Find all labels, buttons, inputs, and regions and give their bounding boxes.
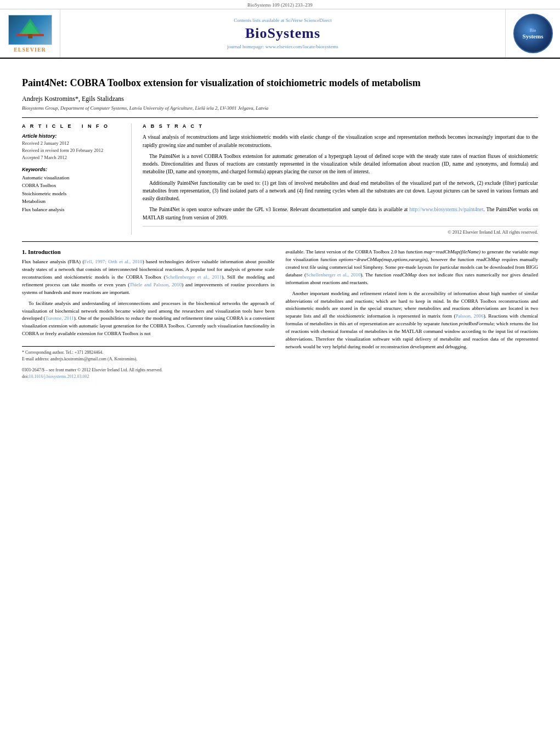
introduction-heading: 1. Introduction [22,248,275,255]
received-revised: Received in revised form 20 February 201… [22,148,123,154]
received-1: Received 2 January 2012 [22,140,123,147]
footer-bar: 0303-2647/$ – see front matter © 2012 El… [22,367,275,380]
keyword-5: Flux balance analysis [22,206,123,213]
abstract-p4: The Paint4Net is open source software un… [143,206,538,222]
journal-header-right: Bio Systems [505,9,560,58]
elsevier-logo-image [8,15,52,45]
keyword-4: Metabolism [22,197,123,205]
article-info-label: A R T I C L E I N F O [22,123,123,129]
top-bar: BioSystems 109 (2012) 233–239 [0,0,560,9]
keywords-section: Keywords: Automatic visualization COBRA … [22,167,123,213]
footer-line1: 0303-2647/$ – see front matter © 2012 El… [22,367,275,374]
journal-header-center: Contents lists available at SciVerse Sci… [60,9,505,58]
article-title: Paint4Net: COBRA Toolbox extension for v… [22,77,538,89]
contents-link: Contents lists available at SciVerse Sci… [234,18,332,23]
accepted: Accepted 7 March 2012 [22,155,123,161]
intro-body-left: Flux balance analysis (FBA) (Fell, 1997;… [22,258,275,338]
authors: Andrejs Kostromins*, Egils Stalidzans [22,95,538,103]
keyword-1: Automatic visualization [22,174,123,182]
abstract-p1: A visual analysis of reconstructions and… [143,133,538,149]
footer-line2: doi:10.1016/j.biosystems.2012.03.002 [22,374,275,380]
history-label: Article history: [22,133,123,139]
section-divider [22,241,538,242]
footnote-section: * Corresponding author. Tel.: +371 28824… [22,346,275,380]
svg-rect-3 [28,34,32,38]
main-left-column: 1. Introduction Flux balance analysis (F… [22,248,275,380]
paint4net-link[interactable]: http://www.biosystems.lv/paint4net [409,207,483,212]
keyword-2: COBRA Toolbox [22,182,123,189]
article-container: Paint4Net: COBRA Toolbox extension for v… [0,59,560,388]
journal-header: ELSEVIER Contents lists available at Sci… [0,9,560,59]
article-info-abstract: A R T I C L E I N F O Article history: R… [22,117,538,235]
keywords-label: Keywords: [22,167,123,172]
abstract-p3: Additionally Paint4Net functionality can… [143,179,538,203]
abstract-label: A B S T R A C T [143,123,538,129]
abstract-p2: The Paint4Net is a novel COBRA Toolbox e… [143,152,538,176]
footnote-corresponding: * Corresponding author. Tel.: +371 28824… [22,349,275,356]
article-info: A R T I C L E I N F O Article history: R… [22,123,132,235]
homepage-link[interactable]: www.elsevier.com/locate/biosystems [265,44,338,49]
copyright: © 2012 Elsevier Ireland Ltd. All rights … [143,226,538,235]
footnote-email: E-mail address: andrejs.kostromins@gmail… [22,356,275,363]
journal-title: BioSystems [245,25,320,42]
elsevier-logo-section: ELSEVIER [0,9,60,58]
main-right-column: available. The latest version of the COB… [286,248,539,380]
abstract-text: A visual analysis of reconstructions and… [143,133,538,222]
intro-p1: Flux balance analysis (FBA) (Fell, 1997;… [22,258,275,297]
journal-homepage: journal homepage: www.elsevier.com/locat… [227,44,338,49]
elsevier-logo: ELSEVIER [8,15,52,53]
keyword-3: Stoichiometric models [22,190,123,197]
main-content: 1. Introduction Flux balance analysis (F… [22,248,538,380]
journal-citation: BioSystems 109 (2012) 233–239 [247,2,313,8]
biosystems-badge: Bio Systems [513,14,553,53]
abstract-section: A B S T R A C T A visual analysis of rec… [143,123,538,235]
right-p2: Another important modeling and refinemen… [286,290,539,352]
elsevier-text: ELSEVIER [14,47,46,53]
doi-link[interactable]: 10.1016/j.biosystems.2012.03.002 [29,374,89,379]
sciverse-link[interactable]: SciVerse ScienceDirect [286,18,332,23]
intro-body-right: available. The latest version of the COB… [286,248,539,351]
intro-p2: To facilitate analysis and understanding… [22,300,275,338]
right-p1: available. The latest version of the COB… [286,248,539,287]
affiliation: Biosystems Group, Department of Computer… [22,105,538,111]
